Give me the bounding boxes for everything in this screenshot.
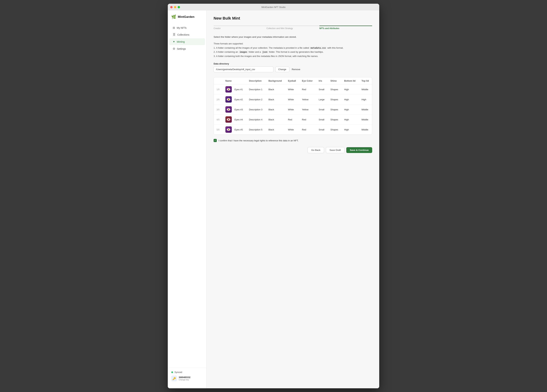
row-background: Black [266,84,285,95]
key-row[interactable]: 🔑 3689485332 Change key [171,376,203,381]
row-name: Eyes #1 [223,84,246,95]
row-top-lid: Middle [359,125,372,135]
sidebar: 🌿 MintGarden ⊞ My NFTs 🗄 Collections ✦ M… [168,10,206,388]
table-row: 3/5 Eyes #3 Description 3 Black White Ye… [214,104,372,115]
row-eyeball: White [285,125,299,135]
col-bottom-lid: Bottom lid [341,77,359,84]
svg-point-3 [228,89,228,89]
step-bar-collection [267,26,319,26]
svg-point-19 [228,129,228,129]
row-iris: Small [316,104,328,115]
bottom-actions: Go Back Save Draft Save & Continue [214,147,372,153]
minimize-button[interactable] [174,6,176,8]
step-creator: Creator [214,26,267,30]
step-collection: Collection and Mint Strategy [267,26,319,30]
sidebar-item-label-collections: Collections [177,33,189,36]
sidebar-item-label-settings: Settings [177,48,186,50]
page-title: New Bulk Mint [214,16,372,21]
row-name: Eyes #3 [223,104,246,115]
synced-label: Synced [174,371,182,373]
row-description: Description 1 [246,84,266,95]
table-row: 4/5 Eyes #4 Description 4 Black Red Red … [214,115,372,125]
row-bottom-lid: High [341,115,359,125]
row-description: Description 5 [246,125,266,135]
row-bottom-lid: High [341,95,359,104]
titlebar: MintGarden NFT Studio [168,4,379,10]
row-bottom-lid: High [341,104,359,115]
svg-point-7 [228,99,228,99]
col-shine: Shine [328,77,341,84]
stepper: Creator Collection and Mint Strategy NFT… [214,26,372,30]
close-button[interactable] [170,6,172,8]
row-eye-color: Yellow [299,104,316,115]
sidebar-item-my-nfts[interactable]: ⊞ My NFTs [169,24,205,31]
row-background: Black [266,104,285,115]
section-description: Select the folder where your images and … [214,35,372,39]
nft-table: Name Description Background Eyeball Eye … [214,77,372,134]
nft-thumbnail [226,106,232,113]
sidebar-item-settings[interactable]: ⚙ Settings [169,45,205,52]
sidebar-nav: ⊞ My NFTs 🗄 Collections ✦ Minting ⚙ Sett… [168,24,206,52]
remove-button[interactable]: Remove [291,67,301,72]
row-bottom-lid: High [341,84,359,95]
row-top-lid: High [359,95,372,104]
row-description: Description 2 [246,95,266,104]
synced-row: Synced [171,371,203,373]
row-shine: Shapes [328,115,341,125]
change-button[interactable]: Change [275,67,289,72]
app-layout: 🌿 MintGarden ⊞ My NFTs 🗄 Collections ✦ M… [168,10,379,388]
sidebar-item-label-my-nfts: My NFTs [177,27,186,29]
save-continue-button[interactable]: Save & Continue [346,147,372,153]
col-eye-color: Eye Color [299,77,316,84]
row-name: Eyes #4 [223,115,246,125]
logo-icon: 🌿 [171,15,176,19]
row-eye-color: Red [299,125,316,135]
go-back-button[interactable]: Go Back [308,147,324,153]
app-name: MintGarden [178,15,194,19]
traffic-lights [170,6,180,8]
table-header-row: Name Description Background Eyeball Eye … [214,77,372,84]
row-eyeball: Red [285,115,299,125]
key-icon: 🔑 [171,376,177,381]
logo-area: 🌿 MintGarden [168,15,206,24]
col-top-lid: Top lid [359,77,372,84]
row-top-lid: Middle [359,115,372,125]
settings-icon: ⚙ [173,47,175,50]
confirm-checkbox[interactable]: ✓ [214,139,217,142]
row-background: Black [266,95,285,104]
data-dir-input[interactable] [214,66,274,72]
table-row: 1/5 Eyes #1 Description 1 Black White Re… [214,84,372,95]
row-iris: Small [316,115,328,125]
step-label-nfts: NFTs and Attributes [319,27,372,30]
row-bottom-lid: High [341,125,359,135]
format-2: 2. A folder containing an images folder … [214,50,372,54]
save-draft-button[interactable]: Save Draft [326,147,344,153]
step-bar-creator [214,26,267,26]
col-num [214,77,223,84]
row-background: Black [266,125,285,135]
nft-thumbnail [226,86,232,93]
table-row: 5/5 Eyes #5 Description 5 Black White Re… [214,125,372,135]
row-iris: Small [316,125,328,135]
synced-indicator [171,371,173,373]
dir-row: Change Remove [214,66,372,72]
row-background: Black [266,115,285,125]
change-key-label[interactable]: Change key [179,378,191,381]
sidebar-bottom: Synced 🔑 3689485332 Change key [168,368,206,384]
format-1: 1. A folder containing all the images of… [214,46,372,50]
row-description: Description 4 [246,115,266,125]
sidebar-item-minting[interactable]: ✦ Minting [169,38,205,45]
row-iris: Small [316,84,328,95]
row-top-lid: Middle [359,84,372,95]
col-name: Name [223,77,246,84]
window-title: MintGarden NFT Studio [261,6,286,8]
row-shine: Shapes [328,125,341,135]
sidebar-item-collections[interactable]: 🗄 Collections [169,31,205,38]
key-id: 3689485332 [179,376,191,378]
row-top-lid: Middle [359,104,372,115]
step-label-creator: Creator [214,27,267,30]
confirm-text: I confirm that I have the necessary lega… [219,139,299,142]
maximize-button[interactable] [178,6,180,8]
step-nfts: NFTs and Attributes [319,26,372,30]
step-bar-nfts [319,26,372,26]
